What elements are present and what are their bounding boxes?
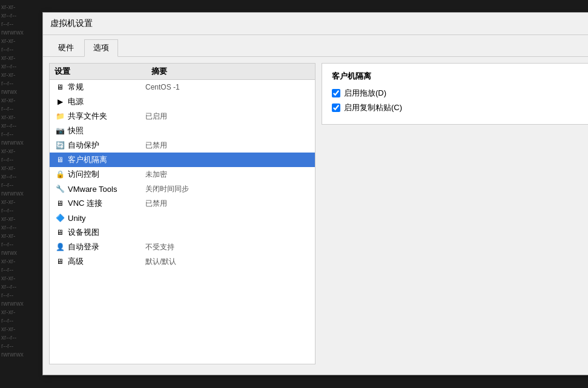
row-icon-8: 🖥 (55, 198, 65, 209)
settings-row-9[interactable]: 🔷Unity (50, 211, 315, 225)
close-button[interactable]: × (586, 18, 588, 30)
settings-row-7[interactable]: 🔧VMware Tools关闭时间同步 (50, 182, 315, 196)
row-icon-7: 🔧 (55, 183, 65, 194)
row-value-2: 已启用 (145, 111, 310, 122)
row-name-6: 访问控制 (68, 169, 99, 180)
row-name-4: 自动保护 (68, 140, 99, 151)
isolation-box: 客户机隔离 启用拖放(D)启用复制粘贴(C) (322, 63, 588, 125)
settings-row-5[interactable]: 🖥客户机隔离 (50, 153, 315, 167)
row-name-1: 电源 (68, 96, 84, 107)
settings-list: 🖥常规CentOS -1▶电源📁共享文件夹已启用📷快照🔄自动保护已禁用🖥客户机隔… (50, 80, 315, 269)
row-value-11: 不受支持 (145, 242, 310, 252)
row-name-5: 客户机隔离 (68, 154, 107, 165)
row-icon-3: 📷 (55, 125, 65, 136)
background-pattern: xr-xr- xr--r-- r--r-- rwrwrwx xr-xr- r--… (0, 0, 42, 388)
dialog-window: 虚拟机设置 × 硬件 选项 设置 摘要 🖥常规CentOS -1▶电源📁共享文件… (42, 12, 588, 375)
content-area: 设置 摘要 🖥常规CentOS -1▶电源📁共享文件夹已启用📷快照🔄自动保护已禁… (43, 57, 588, 370)
settings-row-6[interactable]: 🔒访问控制未加密 (50, 167, 315, 182)
settings-row-10[interactable]: 🖥设备视图 (50, 225, 315, 240)
row-icon-2: 📁 (55, 111, 65, 122)
settings-row-4[interactable]: 🔄自动保护已禁用 (50, 138, 315, 153)
row-name-0: 常规 (68, 82, 84, 93)
settings-row-0[interactable]: 🖥常规CentOS -1 (50, 80, 315, 94)
tab-hardware[interactable]: 硬件 (49, 39, 83, 57)
checkbox-label-0: 启用拖放(D) (344, 88, 386, 99)
checkbox-label-1: 启用复制粘贴(C) (344, 102, 402, 113)
tab-bar: 硬件 选项 (43, 35, 588, 57)
row-name-12: 高级 (68, 256, 84, 267)
row-icon-4: 🔄 (55, 140, 65, 151)
row-icon-11: 👤 (55, 242, 65, 252)
isolation-title: 客户机隔离 (332, 71, 588, 82)
checkbox-1[interactable] (332, 104, 340, 112)
row-value-12: 默认/默认 (145, 257, 310, 267)
settings-row-11[interactable]: 👤自动登录不受支持 (50, 240, 315, 254)
checkbox-0[interactable] (332, 89, 340, 97)
row-value-0: CentOS -1 (145, 83, 310, 91)
row-icon-12: 🖥 (55, 256, 65, 267)
settings-row-3[interactable]: 📷快照 (50, 123, 315, 138)
title-bar: 虚拟机设置 × (43, 13, 588, 35)
row-icon-5: 🖥 (55, 154, 65, 165)
row-icon-0: 🖥 (55, 82, 65, 93)
row-name-10: 设备视图 (68, 227, 99, 238)
settings-row-1[interactable]: ▶电源 (50, 94, 315, 109)
row-icon-1: ▶ (55, 96, 65, 107)
settings-row-2[interactable]: 📁共享文件夹已启用 (50, 109, 315, 123)
row-value-7: 关闭时间同步 (145, 184, 310, 194)
right-panel: 客户机隔离 启用拖放(D)启用复制粘贴(C) (322, 63, 588, 364)
settings-header: 设置 摘要 (50, 64, 315, 80)
dialog-title: 虚拟机设置 (50, 18, 93, 29)
row-name-8: VNC 连接 (68, 198, 102, 209)
header-setting: 设置 (55, 66, 151, 77)
row-value-8: 已禁用 (145, 199, 310, 209)
row-icon-6: 🔒 (55, 169, 65, 180)
settings-row-12[interactable]: 🖥高级默认/默认 (50, 254, 315, 269)
settings-panel: 设置 摘要 🖥常规CentOS -1▶电源📁共享文件夹已启用📷快照🔄自动保护已禁… (49, 63, 315, 364)
row-icon-9: 🔷 (55, 212, 65, 223)
row-icon-10: 🖥 (55, 227, 65, 238)
header-summary: 摘要 (151, 66, 310, 77)
row-name-11: 自动登录 (68, 242, 99, 252)
row-value-4: 已禁用 (145, 140, 310, 151)
row-value-6: 未加密 (145, 169, 310, 180)
checkboxes-container: 启用拖放(D)启用复制粘贴(C) (332, 88, 588, 113)
row-name-2: 共享文件夹 (68, 111, 107, 122)
settings-row-8[interactable]: 🖥VNC 连接已禁用 (50, 196, 315, 211)
checkbox-row-0: 启用拖放(D) (332, 88, 588, 99)
row-name-3: 快照 (68, 125, 84, 136)
tab-options[interactable]: 选项 (84, 39, 118, 57)
row-name-9: Unity (68, 214, 86, 223)
checkbox-row-1: 启用复制粘贴(C) (332, 102, 588, 113)
row-name-7: VMware Tools (68, 185, 117, 194)
